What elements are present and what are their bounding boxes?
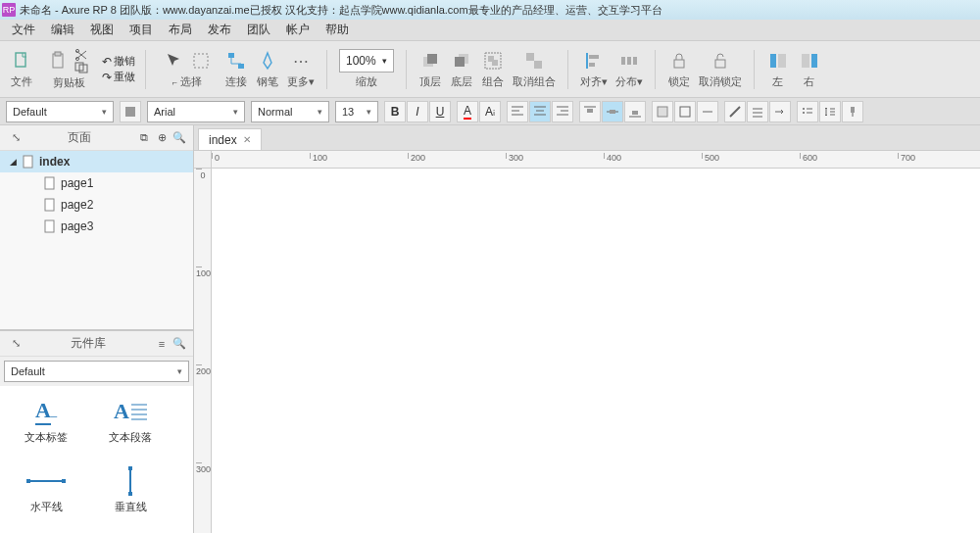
menu-edit[interactable]: 编辑 bbox=[43, 22, 82, 38]
menu-publish[interactable]: 发布 bbox=[200, 22, 239, 38]
panel-collapse-icon[interactable]: ⤡ bbox=[8, 130, 24, 146]
font-weight-combo[interactable]: Normal▾ bbox=[251, 101, 329, 122]
svg-rect-2 bbox=[55, 52, 61, 56]
tree-toggle-icon[interactable]: ◢ bbox=[8, 157, 18, 167]
extra-text-button[interactable]: Aᵢ bbox=[479, 101, 501, 122]
zoom-control[interactable]: 100%▾ 缩放 bbox=[337, 47, 396, 91]
panel-collapse-icon[interactable]: ⤡ bbox=[8, 336, 24, 352]
connect-button[interactable]: 连接 bbox=[222, 47, 250, 91]
ruler-horizontal[interactable]: 0100200300400500600700 bbox=[212, 151, 980, 169]
line-width-button[interactable] bbox=[747, 101, 768, 122]
align-center-button[interactable] bbox=[529, 101, 551, 122]
menu-layout[interactable]: 布局 bbox=[161, 22, 200, 38]
svg-rect-17 bbox=[526, 53, 534, 61]
valign-top-button[interactable] bbox=[579, 101, 601, 122]
svg-rect-20 bbox=[589, 55, 599, 59]
italic-button[interactable]: I bbox=[407, 101, 428, 122]
tree-item-page3[interactable]: page3 bbox=[0, 216, 193, 237]
library-select[interactable]: Default▾ bbox=[4, 361, 189, 382]
svg-rect-0 bbox=[16, 53, 25, 67]
widget-hline[interactable]: 水平线 bbox=[4, 460, 88, 522]
canvas-body: 0100200300400500600700 0100200300 bbox=[194, 151, 980, 533]
style-manager-button[interactable] bbox=[120, 101, 141, 122]
svg-rect-16 bbox=[492, 60, 498, 66]
svg-rect-28 bbox=[778, 54, 786, 68]
svg-rect-35 bbox=[610, 110, 615, 114]
tree-item-page2[interactable]: page2 bbox=[0, 194, 193, 216]
align-right-button[interactable] bbox=[552, 101, 573, 122]
bring-front-button[interactable]: 顶层 bbox=[416, 47, 444, 91]
svg-rect-27 bbox=[770, 54, 776, 68]
menu-project[interactable]: 项目 bbox=[122, 22, 161, 38]
underline-button[interactable]: U bbox=[429, 101, 451, 122]
tree-item-index[interactable]: ◢ index bbox=[0, 151, 193, 172]
menu-file[interactable]: 文件 bbox=[4, 22, 43, 38]
lock-button[interactable]: 锁定 bbox=[665, 47, 693, 91]
pen-button[interactable]: 钢笔 bbox=[254, 47, 281, 91]
svg-rect-53 bbox=[128, 466, 132, 470]
menu-help[interactable]: 帮助 bbox=[318, 22, 357, 38]
style-preset-combo[interactable]: Default▾ bbox=[6, 101, 114, 122]
svg-rect-54 bbox=[128, 492, 132, 496]
page-icon bbox=[43, 198, 57, 212]
redo-button[interactable]: ↷重做 bbox=[102, 70, 135, 84]
svg-rect-45 bbox=[24, 156, 32, 168]
region-select-icon[interactable] bbox=[189, 49, 213, 73]
svg-rect-33 bbox=[587, 109, 593, 113]
svg-rect-44 bbox=[851, 107, 855, 113]
arrow-style-button[interactable] bbox=[769, 101, 791, 122]
widget-vline[interactable]: 垂直线 bbox=[88, 460, 172, 522]
line-spacing-button[interactable] bbox=[819, 101, 841, 122]
group-button[interactable]: 组合 bbox=[479, 47, 507, 91]
canvas[interactable] bbox=[212, 169, 980, 533]
new-file-button[interactable]: 文件 bbox=[8, 47, 35, 91]
menu-view[interactable]: 视图 bbox=[82, 22, 122, 38]
text-color-button[interactable]: A bbox=[457, 101, 478, 122]
align-button[interactable]: 对齐▾ bbox=[578, 47, 610, 91]
svg-rect-39 bbox=[680, 107, 690, 117]
widget-text-paragraph[interactable]: A 文本段落 bbox=[88, 390, 172, 453]
page-search-icon[interactable]: 🔍 bbox=[172, 130, 187, 146]
undo-button[interactable]: ↶撤销 bbox=[102, 54, 135, 69]
paste-icon[interactable] bbox=[47, 49, 71, 73]
page-new-folder-icon[interactable]: ⧉ bbox=[136, 130, 152, 146]
svg-rect-26 bbox=[715, 60, 725, 68]
send-back-button[interactable]: 底层 bbox=[448, 47, 475, 91]
valign-middle-button[interactable] bbox=[602, 101, 623, 122]
copy-icon[interactable] bbox=[74, 62, 90, 73]
format-bar: Default▾ Arial▾ Normal▾ 13▾ B I U A Aᵢ bbox=[0, 98, 980, 125]
ungroup-button[interactable]: 取消组合 bbox=[511, 47, 558, 91]
distribute-button[interactable]: 分布▾ bbox=[613, 47, 645, 91]
lib-menu-icon[interactable]: ≡ bbox=[154, 336, 170, 352]
app-logo-icon: RP bbox=[2, 3, 16, 17]
menu-account[interactable]: 帐户 bbox=[278, 22, 318, 38]
font-size-combo[interactable]: 13▾ bbox=[335, 101, 378, 122]
menu-team[interactable]: 团队 bbox=[239, 22, 278, 38]
lib-search-icon[interactable]: 🔍 bbox=[172, 336, 187, 352]
widget-text-label[interactable]: A_ 文本标签 bbox=[4, 390, 88, 453]
tab-index[interactable]: index ✕ bbox=[198, 128, 262, 150]
clipboard-group: 剪贴板 bbox=[39, 49, 98, 90]
paint-button[interactable] bbox=[842, 101, 863, 122]
svg-rect-46 bbox=[45, 177, 54, 189]
selector-button[interactable]: ⌐ 选择 bbox=[156, 47, 219, 91]
ruler-vertical[interactable]: 0100200300 bbox=[194, 169, 212, 533]
line-style-button[interactable] bbox=[697, 101, 718, 122]
font-combo[interactable]: Arial▾ bbox=[147, 101, 245, 122]
more-button[interactable]: ⋯ 更多▾ bbox=[285, 47, 317, 91]
dock-right-button[interactable]: 右 bbox=[796, 47, 823, 91]
border-outer-button[interactable] bbox=[674, 101, 696, 122]
dock-left-button[interactable]: 左 bbox=[764, 47, 792, 91]
tree-item-page1[interactable]: page1 bbox=[0, 172, 193, 194]
bold-button[interactable]: B bbox=[384, 101, 406, 122]
bullet-button[interactable] bbox=[797, 101, 818, 122]
line-color-button[interactable] bbox=[724, 101, 746, 122]
valign-bottom-button[interactable] bbox=[624, 101, 646, 122]
unlock-button[interactable]: 取消锁定 bbox=[697, 47, 744, 91]
svg-point-40 bbox=[803, 108, 805, 110]
page-add-icon[interactable]: ⊕ bbox=[154, 130, 170, 146]
fill-color-button[interactable] bbox=[652, 101, 673, 122]
align-left-button[interactable] bbox=[507, 101, 528, 122]
svg-rect-37 bbox=[632, 111, 638, 115]
close-icon[interactable]: ✕ bbox=[243, 134, 251, 145]
